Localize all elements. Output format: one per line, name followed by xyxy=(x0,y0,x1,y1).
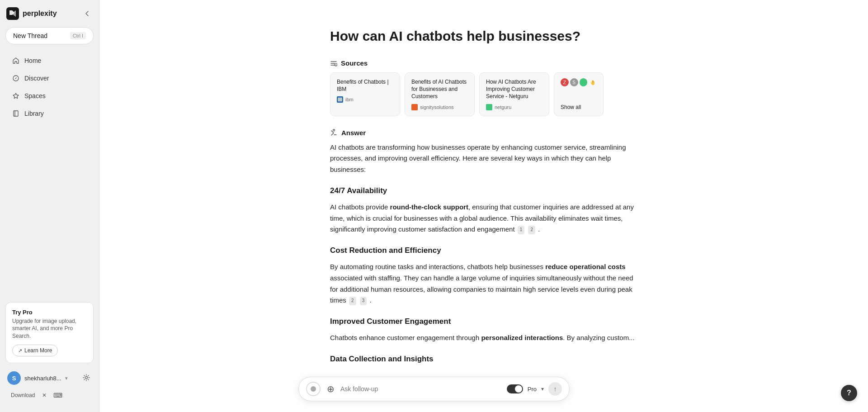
sidebar-header: perplexity xyxy=(0,7,99,27)
netguru-logo xyxy=(486,104,492,110)
sidebar-item-library[interactable]: Library xyxy=(4,105,95,122)
section-title-3: Data Collection and Insights xyxy=(330,353,637,365)
help-button[interactable]: ? xyxy=(841,385,857,401)
section-body-0: AI chatbots provide round-the-clock supp… xyxy=(330,202,637,235)
sidebar-spaces-label: Spaces xyxy=(24,92,46,99)
logo-icon xyxy=(6,7,19,20)
source-origin-0: ibm xyxy=(337,96,393,103)
svg-point-3 xyxy=(85,376,88,379)
sidebar-bottom: Try Pro Upgrade for image upload, smarte… xyxy=(0,297,99,405)
sidebar-item-spaces[interactable]: Spaces xyxy=(4,87,95,104)
sources-grid: Benefits of Chatbots | IBM ibm Benefits … xyxy=(330,72,637,116)
svg-rect-6 xyxy=(338,99,342,100)
learn-more-button[interactable]: ↗ Learn More xyxy=(12,345,58,356)
username: shekharluh8... xyxy=(24,375,61,382)
source-card-0[interactable]: Benefits of Chatbots | IBM ibm xyxy=(330,72,400,116)
sidebar-nav: Home Discover Spaces Library xyxy=(0,52,99,123)
app-name: perplexity xyxy=(23,9,57,18)
source-origin-1: signitysolutions xyxy=(411,104,468,110)
toggle-knob xyxy=(515,385,522,393)
svg-rect-2 xyxy=(14,111,18,116)
avatar: S xyxy=(7,371,21,385)
user-chevron-icon: ▾ xyxy=(65,375,68,381)
sources-icon xyxy=(330,60,337,67)
logo: perplexity xyxy=(6,7,57,20)
send-button[interactable]: ↑ xyxy=(548,382,562,396)
book-icon xyxy=(12,109,20,118)
section-title-2: Improved Customer Engagement xyxy=(330,315,637,328)
citation-2[interactable]: 2 xyxy=(528,226,535,234)
new-thread-shortcut: Ctrl I xyxy=(70,32,86,39)
show-all-label: Show all xyxy=(561,104,597,110)
followup-bar: ⊕ Pro ▾ ↑ xyxy=(298,377,570,401)
learn-more-icon: ↗ xyxy=(18,348,22,354)
content-wrapper: How can AI chatbots help businesses? Sou… xyxy=(330,27,637,376)
svg-rect-7 xyxy=(338,100,342,101)
page-title: How can AI chatbots help businesses? xyxy=(330,27,637,45)
sources-label: Sources xyxy=(341,59,368,67)
record-button[interactable] xyxy=(306,382,321,396)
answer-icon xyxy=(330,129,338,137)
followup-input[interactable] xyxy=(340,385,502,393)
try-pro-title: Try Pro xyxy=(12,309,87,316)
sidebar-library-label: Library xyxy=(24,110,44,117)
compass-icon xyxy=(12,74,20,82)
citation-1[interactable]: 1 xyxy=(518,226,525,234)
section-body-2: Chatbots enhance customer engagement thr… xyxy=(330,332,637,344)
sidebar-item-home[interactable]: Home xyxy=(4,52,95,69)
home-icon xyxy=(12,57,20,65)
record-dot xyxy=(311,386,316,392)
signity-logo xyxy=(411,104,418,110)
sidebar-item-discover[interactable]: Discover xyxy=(4,70,95,87)
pro-chevron-icon[interactable]: ▾ xyxy=(541,386,544,392)
section-body-1: By automating routine tasks and interact… xyxy=(330,261,637,306)
try-pro-box: Try Pro Upgrade for image upload, smarte… xyxy=(5,302,94,363)
send-icon: ↑ xyxy=(554,385,557,393)
new-thread-button[interactable]: New Thread Ctrl I xyxy=(5,27,94,44)
settings-button[interactable] xyxy=(81,372,92,384)
try-pro-description: Upgrade for image upload, smarter AI, an… xyxy=(12,317,87,340)
user-info[interactable]: S shekharluh8... ▾ xyxy=(7,371,68,385)
main-content: How can AI chatbots help businesses? Sou… xyxy=(99,0,868,412)
source-title-0: Benefits of Chatbots | IBM xyxy=(337,78,393,93)
source-origin-2: netguru xyxy=(486,104,542,110)
answer-label: Answer xyxy=(341,129,366,137)
help-label: ? xyxy=(847,389,851,397)
sidebar-discover-label: Discover xyxy=(24,75,49,82)
source-card-1[interactable]: Benefits of AI Chatbots for Businesses a… xyxy=(405,72,475,116)
download-label: Download xyxy=(11,392,35,398)
section-title-1: Cost Reduction and Efficiency xyxy=(330,244,637,257)
icon-s: S xyxy=(570,78,578,86)
ibm-logo xyxy=(337,96,343,103)
svg-point-8 xyxy=(333,129,335,131)
source-title-1: Benefits of AI Chatbots for Businesses a… xyxy=(411,78,468,100)
star-icon xyxy=(12,92,20,100)
sidebar-home-label: Home xyxy=(24,57,41,64)
discord-icon[interactable]: ⌨ xyxy=(54,391,62,399)
svg-rect-5 xyxy=(338,98,342,99)
show-all-icons: Z S 🤚 xyxy=(561,78,597,86)
sidebar-footer: Download ✕ ⌨ xyxy=(5,388,94,399)
answer-body: AI chatbots are transforming how busines… xyxy=(330,142,637,365)
twitter-icon[interactable]: ✕ xyxy=(40,391,48,399)
icon-z: Z xyxy=(561,78,569,86)
sidebar: perplexity New Thread Ctrl I Home Discov… xyxy=(0,0,99,412)
user-row: S shekharluh8... ▾ xyxy=(5,369,94,388)
sources-header: Sources xyxy=(330,59,637,67)
section-title-0: 24/7 Availability xyxy=(330,185,637,197)
add-attachment-button[interactable]: ⊕ xyxy=(325,384,336,394)
pro-toggle[interactable] xyxy=(507,384,523,393)
citation-3[interactable]: 3 xyxy=(360,297,367,305)
source-title-2: How AI Chatbots Are Improving Customer S… xyxy=(486,78,542,100)
answer-intro: AI chatbots are transforming how busines… xyxy=(330,142,637,175)
pro-label: Pro xyxy=(528,386,537,393)
icon-hand: 🤚 xyxy=(589,78,597,86)
show-all-card[interactable]: Z S 🤚 Show all xyxy=(554,72,604,116)
icon-green xyxy=(580,78,588,86)
citation-2b[interactable]: 2 xyxy=(349,297,356,305)
source-card-2[interactable]: How AI Chatbots Are Improving Customer S… xyxy=(479,72,549,116)
collapse-sidebar-button[interactable] xyxy=(82,8,93,19)
answer-header: Answer xyxy=(330,129,637,137)
